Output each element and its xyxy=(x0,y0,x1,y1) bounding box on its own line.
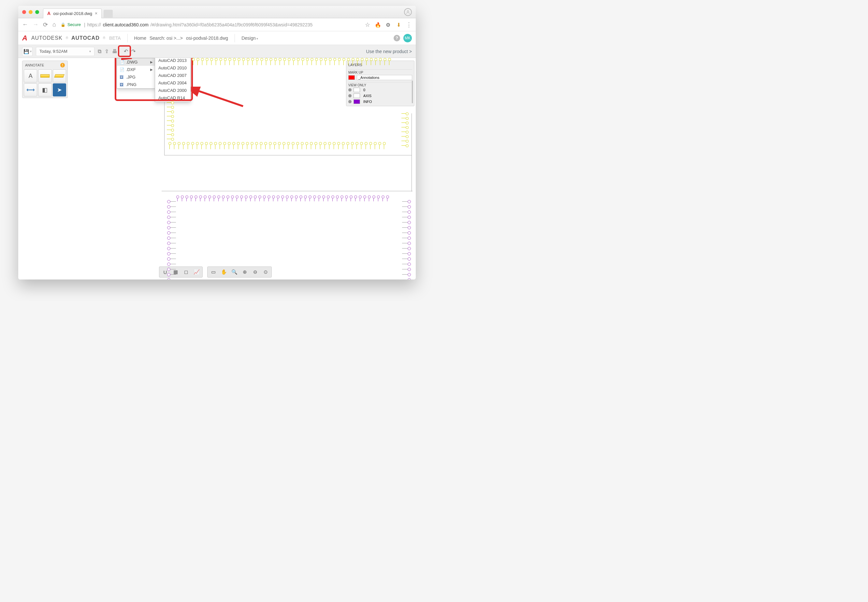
axis-ticks xyxy=(401,114,407,146)
browser-tab[interactable]: A osi-podval-2018.dwg × xyxy=(43,8,101,18)
menu-item-dwg[interactable]: 📄.DWG▶ xyxy=(117,58,155,66)
visibility-dot-icon[interactable] xyxy=(348,88,352,92)
snap-icon[interactable]: ◻ xyxy=(181,268,191,276)
markup-section-label: MARK UP xyxy=(348,69,412,74)
profile-icon[interactable] xyxy=(404,8,412,16)
file-icon: 📄 xyxy=(120,68,124,72)
menu-item-dxf[interactable]: 📄.DXF▶ xyxy=(117,66,155,73)
layer-name: 0 xyxy=(362,88,412,92)
crumb-file: osi-podval-2018.dwg xyxy=(186,35,228,41)
url-field[interactable]: 🔒 Secure | https://client.autocad360.com… xyxy=(61,22,360,28)
reload-icon[interactable]: ⟳ xyxy=(43,21,48,28)
layer-row-info[interactable]: INFO xyxy=(348,99,412,104)
drawing-line xyxy=(164,155,412,155)
axis-ticks xyxy=(169,143,384,149)
minimize-window-icon[interactable] xyxy=(29,10,32,14)
extents-icon[interactable]: ▭ xyxy=(209,268,218,276)
layer-color-swatch xyxy=(348,75,355,80)
menu-item-png[interactable]: 🖼.PNG xyxy=(117,81,155,88)
angle-tool[interactable] xyxy=(53,69,66,82)
ext-download-icon[interactable]: ⬇ xyxy=(396,22,401,28)
pointer-tool[interactable]: ➤ xyxy=(53,83,66,97)
chevron-down-icon: ▾ xyxy=(89,49,91,53)
titlebar: A osi-podval-2018.dwg × xyxy=(18,6,416,18)
ext-fire-icon[interactable]: 🔥 xyxy=(375,22,381,28)
print-icon[interactable]: 🖶 xyxy=(112,49,117,54)
ext-gear-icon[interactable]: ⚙ xyxy=(385,22,391,28)
crumb-search[interactable]: Search: osi >...> xyxy=(149,35,183,41)
home-icon[interactable]: ⌂ xyxy=(52,21,56,28)
submenu-2013[interactable]: AutoCAD 2013 xyxy=(155,58,190,64)
help-icon[interactable]: ? xyxy=(393,35,400,41)
undo-icon[interactable]: ↶ xyxy=(124,48,128,54)
version-label: Today, 9:52AM xyxy=(40,49,68,54)
tab-close-icon[interactable]: × xyxy=(95,11,97,16)
tab-title: osi-podval-2018.dwg xyxy=(53,11,92,16)
menu-item-jpg[interactable]: 🖼.JPG xyxy=(117,73,155,81)
layers-panel: LAYERS MARK UP _Annotations VIEW ONLY 0 … xyxy=(346,61,415,106)
file-icon: 📄 xyxy=(120,60,124,64)
drawing-line xyxy=(164,101,164,155)
brand-autocad: AUTOCAD xyxy=(71,35,100,41)
layer-color-swatch xyxy=(353,94,360,98)
dimension-tool[interactable]: ⟷ xyxy=(24,83,37,97)
graph-icon[interactable]: 📈 xyxy=(192,268,201,276)
layer-row-0[interactable]: 0 xyxy=(348,87,412,93)
axis-ticks xyxy=(167,102,173,139)
file-icon: 🖼 xyxy=(120,82,124,87)
new-product-link[interactable]: Use the new product > xyxy=(366,49,412,54)
autodesk-logo-icon: A xyxy=(22,34,28,42)
redo-icon[interactable]: ↷ xyxy=(131,48,135,54)
window-controls xyxy=(22,10,39,14)
close-window-icon[interactable] xyxy=(22,10,26,14)
drawing-canvas[interactable]: ANNOTATE ! A ⟷ ◧ ➤ LAYERS MARK UP _Annot… xyxy=(18,58,416,280)
annotation-arrow-2 xyxy=(191,87,246,109)
layer-color-swatch xyxy=(353,99,360,104)
version-dropdown[interactable]: Today, 9:52AM ▾ xyxy=(36,47,94,56)
file-icon: 🖼 xyxy=(120,75,124,80)
crumb-home[interactable]: Home xyxy=(134,35,146,41)
layer-annotations[interactable]: _Annotations xyxy=(348,74,412,81)
warning-icon[interactable]: ! xyxy=(60,63,65,68)
visibility-dot-icon[interactable] xyxy=(348,94,352,97)
visibility-dot-icon[interactable] xyxy=(348,100,352,103)
browser-window: A osi-podval-2018.dwg × ← → ⟳ ⌂ 🔒 Secure… xyxy=(18,6,416,280)
forward-icon: → xyxy=(32,21,38,28)
viewonly-section-label: VIEW ONLY xyxy=(348,82,412,87)
axis-ticks xyxy=(193,59,389,65)
layer-row-axis[interactable]: AXIS xyxy=(348,93,412,99)
design-dropdown[interactable]: Design▾ xyxy=(241,35,258,41)
axis-ticks xyxy=(169,201,176,280)
measure-tool[interactable] xyxy=(38,69,51,82)
pan-icon[interactable]: ✋ xyxy=(219,268,229,276)
zoom-fit-icon[interactable]: ⊙ xyxy=(261,268,270,276)
user-avatar[interactable]: MK xyxy=(403,34,412,42)
star-icon[interactable]: ☆ xyxy=(365,21,370,28)
autocad-favicon-icon: A xyxy=(47,11,51,16)
new-tab-button[interactable] xyxy=(104,10,113,18)
submenu-r14[interactable]: AutoCAD R14 xyxy=(155,94,190,101)
layer-name: AXIS xyxy=(362,94,412,98)
copy-icon[interactable]: ⧉ xyxy=(98,49,101,54)
text-tool[interactable]: A xyxy=(24,69,37,82)
axis-ticks xyxy=(177,197,387,201)
svg-point-0 xyxy=(407,11,409,12)
layer-name: _Annotations xyxy=(357,75,412,80)
drive-button[interactable]: 💾▾ xyxy=(22,47,32,56)
beta-label: BETA xyxy=(109,35,121,41)
submenu-2010[interactable]: AutoCAD 2010 xyxy=(155,64,190,72)
zoom-window-icon[interactable]: 🔍 xyxy=(229,268,239,276)
submenu-2007[interactable]: AutoCAD 2007 xyxy=(155,72,190,79)
submenu-2004[interactable]: AutoCAD 2004 xyxy=(155,79,190,87)
submenu-2000[interactable]: AutoCAD 2000 xyxy=(155,87,190,94)
url-bar: ← → ⟳ ⌂ 🔒 Secure | https://client.autoca… xyxy=(18,18,416,31)
eraser-tool[interactable]: ◧ xyxy=(38,83,51,97)
zoom-in-icon[interactable]: ⊕ xyxy=(240,268,250,276)
back-icon[interactable]: ← xyxy=(22,21,28,28)
menu-icon[interactable]: ⋮ xyxy=(406,21,412,28)
zoom-out-icon[interactable]: ⊖ xyxy=(250,268,260,276)
maximize-window-icon[interactable] xyxy=(35,10,39,14)
export-icon[interactable]: ⇪ xyxy=(104,48,109,54)
layers-scrollbar[interactable] xyxy=(412,80,413,103)
chevron-right-icon: ▶ xyxy=(150,68,153,71)
